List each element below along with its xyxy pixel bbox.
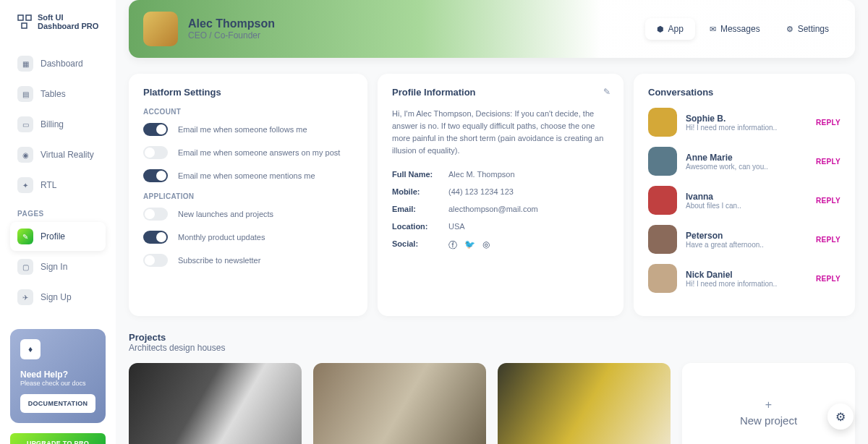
switch-label: Email me when someone answers on my post [178, 148, 340, 157]
nav-signup[interactable]: ✈Sign Up [10, 283, 106, 312]
app-icon: ⬢ [657, 25, 664, 34]
value-location: USA [448, 222, 465, 231]
toggle-switch[interactable] [143, 208, 168, 221]
new-project-label: New project [740, 414, 797, 427]
toggle-switch[interactable] [143, 231, 168, 244]
account-heading: ACCOUNT [143, 108, 353, 116]
avatar [648, 108, 677, 137]
brand-text: Soft UI Dashboard PRO [38, 13, 103, 30]
reply-button[interactable]: REPLY [816, 158, 841, 166]
switch-label: Email me when someone follows me [178, 125, 307, 134]
avatar [648, 147, 677, 176]
conversation-preview: Have a great afternoon.. [686, 241, 764, 249]
profile-info-card: Profile Information ✎ Hi, I'm Alec Thomp… [378, 74, 624, 316]
application-heading: APPLICATION [143, 192, 353, 200]
instagram-icon[interactable]: ◎ [482, 239, 490, 252]
nav-billing[interactable]: ▭Billing [10, 110, 106, 139]
nav-heading-pages: PAGES [10, 201, 106, 222]
reply-button[interactable]: REPLY [816, 197, 841, 205]
help-card: ♦ Need Help? Please check our docs DOCUM… [10, 329, 106, 423]
conversation-name: Nick Daniel [686, 270, 777, 280]
table-icon: ▤ [17, 86, 33, 102]
nav-profile[interactable]: ✎Profile [10, 222, 106, 251]
doc-icon: ▢ [17, 259, 33, 275]
tool-icon: ✦ [17, 177, 33, 193]
facebook-icon[interactable]: ⓕ [448, 239, 457, 252]
tab-messages[interactable]: ✉Messages [698, 18, 772, 40]
nav-rtl[interactable]: ✦RTL [10, 171, 106, 200]
help-title: Need Help? [20, 370, 95, 380]
avatar [648, 264, 677, 293]
toggle-switch[interactable] [143, 123, 168, 136]
project-image [313, 363, 486, 444]
switch-label: New launches and projects [178, 210, 273, 218]
gear-icon: ⚙ [835, 410, 846, 424]
card-icon: ▭ [17, 116, 33, 132]
label-social: Social: [392, 239, 441, 252]
help-sub: Please check our docs [20, 380, 95, 387]
header-tabs: ⬢App ✉Messages ⚙Settings [645, 18, 841, 40]
nav-signin[interactable]: ▢Sign In [10, 252, 106, 281]
conversation-item: IvannaAbout files I can..REPLY [648, 186, 841, 215]
project-card[interactable]: Project #1 Scandinavian [313, 363, 486, 444]
help-icon: ♦ [20, 339, 41, 359]
projects-title: Projects [129, 332, 855, 343]
user-icon: ✎ [17, 229, 33, 244]
profile-header: Alec Thompson CEO / Co-Founder ⬢App ✉Mes… [129, 0, 855, 58]
brand[interactable]: Soft UI Dashboard PRO [0, 13, 116, 43]
svg-rect-2 [22, 23, 27, 28]
label-mobile: Mobile: [392, 187, 441, 196]
project-image [129, 363, 302, 444]
nav-tables[interactable]: ▤Tables [10, 80, 106, 108]
project-card[interactable]: Project #2 Modern [129, 363, 302, 444]
nav-vr[interactable]: ◉Virtual Reality [10, 140, 106, 169]
card-title: Platform Settings [143, 87, 353, 98]
tab-app[interactable]: ⬢App [645, 18, 695, 40]
switch-label: Monthly product updates [178, 233, 265, 242]
tab-settings[interactable]: ⚙Settings [775, 18, 841, 40]
reply-button[interactable]: REPLY [816, 275, 841, 283]
reply-button[interactable]: REPLY [816, 236, 841, 244]
main: Alec Thompson CEO / Co-Founder ⬢App ✉Mes… [116, 0, 868, 444]
card-title: Conversations [648, 87, 841, 98]
profile-role: CEO / Co-Founder [188, 30, 275, 40]
card-title: Profile Information [392, 87, 609, 98]
sidebar: Soft UI Dashboard PRO ▦Dashboard ▤Tables… [0, 0, 116, 444]
new-project-button[interactable]: + New project [682, 363, 855, 444]
gear-icon: ⚙ [786, 25, 793, 34]
avatar [143, 12, 178, 46]
conversation-item: Nick DanielHi! I need more information..… [648, 264, 841, 293]
label-email: Email: [392, 205, 441, 213]
plus-icon: + [765, 398, 772, 411]
upgrade-button[interactable]: UPGRADE TO PRO [10, 433, 106, 444]
project-card[interactable]: Project #3 Minimalist [498, 363, 671, 444]
switch-label: Subscribe to newsletter [178, 256, 260, 265]
project-image [498, 363, 671, 444]
documentation-button[interactable]: DOCUMENTATION [20, 394, 95, 413]
label-location: Location: [392, 222, 441, 231]
toggle-switch[interactable] [143, 254, 168, 267]
rocket-icon: ✈ [17, 289, 33, 305]
toggle-switch[interactable] [143, 169, 168, 182]
message-icon: ✉ [710, 25, 716, 34]
edit-icon[interactable]: ✎ [603, 87, 610, 97]
conversation-preview: About files I can.. [686, 202, 741, 210]
value-fullname: Alec M. Thompson [448, 170, 515, 179]
toggle-switch[interactable] [143, 146, 168, 159]
cube-icon: ◉ [17, 147, 33, 163]
settings-fab[interactable]: ⚙ [827, 404, 854, 430]
value-email: alecthompson@mail.com [448, 205, 538, 213]
conversation-name: Sophie B. [686, 114, 777, 124]
conversation-preview: Hi! I need more information.. [686, 124, 777, 132]
nav-dashboard[interactable]: ▦Dashboard [10, 49, 106, 78]
reply-button[interactable]: REPLY [816, 119, 841, 127]
nav: ▦Dashboard ▤Tables ▭Billing ◉Virtual Rea… [0, 43, 116, 319]
conversation-name: Ivanna [686, 192, 741, 202]
conversation-item: Sophie B.Hi! I need more information..RE… [648, 108, 841, 137]
conversation-item: Anne MarieAwesome work, can you..REPLY [648, 147, 841, 176]
twitter-icon[interactable]: 🐦 [464, 239, 475, 252]
shop-icon: ▦ [17, 56, 33, 72]
conversation-name: Anne Marie [686, 153, 768, 163]
conversation-name: Peterson [686, 231, 764, 241]
conversations-card: Conversations Sophie B.Hi! I need more i… [634, 74, 855, 316]
